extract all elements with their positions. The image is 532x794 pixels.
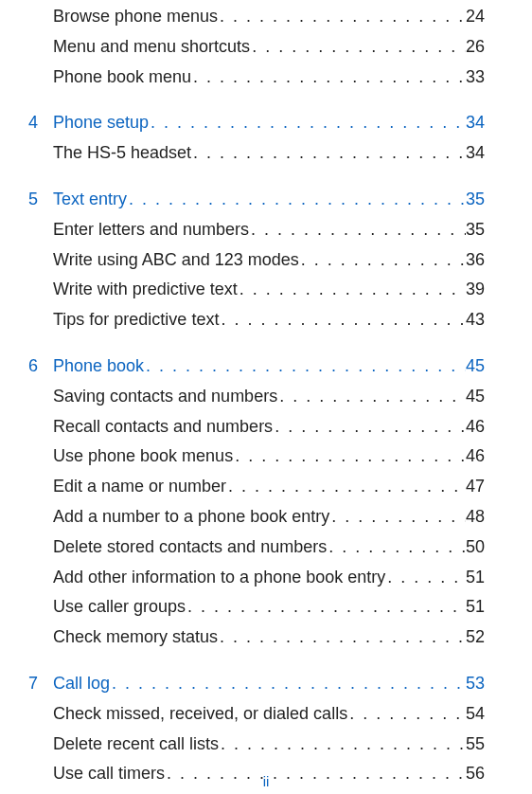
toc-page-number: 48 bbox=[466, 503, 485, 531]
dot-leader bbox=[218, 3, 466, 30]
toc-page-number: 54 bbox=[466, 700, 485, 728]
toc-chapter[interactable]: 6Phone book 45 bbox=[28, 352, 485, 380]
toc-entry-title: Write using ABC and 123 modes bbox=[53, 246, 299, 274]
dot-leader bbox=[329, 503, 466, 531]
chapter-title: Text entry bbox=[53, 186, 127, 213]
toc-page-number: 33 bbox=[466, 63, 485, 91]
toc-entry[interactable]: Check missed, received, or dialed calls … bbox=[28, 700, 485, 728]
toc-entry[interactable]: Recall contacts and numbers 46 bbox=[28, 413, 485, 441]
toc-entry[interactable]: Delete recent call lists 55 bbox=[28, 731, 485, 758]
page-number-label: ii bbox=[263, 773, 270, 789]
toc-page-number: 34 bbox=[466, 109, 485, 136]
toc-entry[interactable]: Menu and menu shortcuts 26 bbox=[28, 33, 485, 61]
toc-entry-title: Saving contacts and numbers bbox=[53, 383, 277, 410]
toc-page-number: 35 bbox=[466, 186, 485, 213]
toc-entry-title: Menu and menu shortcuts bbox=[53, 33, 250, 61]
dot-leader bbox=[218, 623, 466, 651]
toc-entry[interactable]: The HS-5 headset 34 bbox=[28, 139, 485, 167]
toc-entry-title: Use caller groups bbox=[53, 593, 186, 621]
toc-page-number: 35 bbox=[466, 216, 485, 244]
dot-leader bbox=[219, 306, 466, 334]
toc-entry-title: The HS-5 headset bbox=[53, 139, 191, 167]
toc-entry-title: Browse phone menus bbox=[53, 3, 218, 30]
toc-chapter[interactable]: 5Text entry 35 bbox=[28, 186, 485, 213]
dot-leader bbox=[127, 186, 466, 213]
dot-leader bbox=[347, 700, 466, 728]
dot-leader bbox=[385, 564, 466, 591]
chapter-number: 4 bbox=[28, 109, 53, 136]
toc-chapter[interactable]: 7Call log 53 bbox=[28, 670, 485, 697]
toc-page-number: 24 bbox=[466, 3, 485, 30]
toc-entry-title: Add other information to a phone book en… bbox=[53, 564, 385, 591]
toc-page-number: 45 bbox=[466, 383, 485, 410]
dot-leader bbox=[249, 216, 466, 244]
toc-entry-title: Check memory status bbox=[53, 623, 218, 651]
dot-leader bbox=[144, 352, 466, 380]
toc-page-number: 34 bbox=[466, 139, 485, 167]
toc-page-number: 43 bbox=[466, 306, 485, 334]
toc-page-number: 47 bbox=[466, 473, 485, 500]
toc-entry[interactable]: Use phone book menus 46 bbox=[28, 442, 485, 470]
dot-leader bbox=[250, 33, 466, 61]
dot-leader bbox=[110, 670, 466, 697]
toc-entry-title: Enter letters and numbers bbox=[53, 216, 249, 244]
toc-page-number: 55 bbox=[466, 731, 485, 758]
dot-leader bbox=[186, 593, 466, 621]
dot-leader bbox=[299, 246, 466, 274]
toc-entry-title: Check missed, received, or dialed calls bbox=[53, 700, 347, 728]
table-of-contents: Browse phone menus 24Menu and menu short… bbox=[28, 3, 485, 787]
dot-leader bbox=[327, 533, 466, 561]
toc-entry-title: Use phone book menus bbox=[53, 442, 233, 470]
toc-entry-title: Tips for predictive text bbox=[53, 306, 219, 334]
page-footer: ii bbox=[0, 773, 532, 789]
toc-page-number: 46 bbox=[466, 413, 485, 441]
dot-leader bbox=[149, 109, 466, 136]
toc-page: Browse phone menus 24Menu and menu short… bbox=[0, 3, 532, 794]
section-gap bbox=[28, 170, 485, 183]
toc-page-number: 39 bbox=[466, 276, 485, 303]
toc-page-number: 36 bbox=[466, 246, 485, 274]
section-gap bbox=[28, 93, 485, 106]
toc-page-number: 51 bbox=[466, 564, 485, 591]
toc-page-number: 51 bbox=[466, 593, 485, 621]
toc-chapter[interactable]: 4Phone setup 34 bbox=[28, 109, 485, 136]
dot-leader bbox=[233, 442, 466, 470]
toc-entry[interactable]: Browse phone menus 24 bbox=[28, 3, 485, 30]
toc-entry-title: Recall contacts and numbers bbox=[53, 413, 273, 441]
chapter-number: 7 bbox=[28, 670, 53, 697]
toc-entry-title: Phone book menu bbox=[53, 63, 191, 91]
toc-entry[interactable]: Phone book menu 33 bbox=[28, 63, 485, 91]
dot-leader bbox=[273, 413, 466, 441]
toc-entry[interactable]: Write with predictive text 39 bbox=[28, 276, 485, 303]
chapter-number: 6 bbox=[28, 352, 53, 380]
toc-entry[interactable]: Edit a name or number 47 bbox=[28, 473, 485, 500]
toc-page-number: 26 bbox=[466, 33, 485, 61]
toc-entry[interactable]: Use caller groups 51 bbox=[28, 593, 485, 621]
toc-page-number: 45 bbox=[466, 352, 485, 380]
toc-entry-title: Delete recent call lists bbox=[53, 731, 219, 758]
toc-entry-title: Delete stored contacts and numbers bbox=[53, 533, 327, 561]
section-gap bbox=[28, 336, 485, 350]
dot-leader bbox=[219, 731, 466, 758]
toc-entry[interactable]: Check memory status 52 bbox=[28, 623, 485, 651]
toc-entry-title: Write with predictive text bbox=[53, 276, 238, 303]
toc-entry[interactable]: Delete stored contacts and numbers 50 bbox=[28, 533, 485, 561]
chapter-number: 5 bbox=[28, 186, 53, 213]
toc-entry[interactable]: Write using ABC and 123 modes 36 bbox=[28, 246, 485, 274]
toc-entry[interactable]: Tips for predictive text 43 bbox=[28, 306, 485, 334]
dot-leader bbox=[191, 63, 466, 91]
dot-leader bbox=[226, 473, 466, 500]
dot-leader bbox=[191, 139, 466, 167]
chapter-title: Phone book bbox=[53, 352, 144, 380]
toc-entry[interactable]: Saving contacts and numbers 45 bbox=[28, 383, 485, 410]
toc-page-number: 52 bbox=[466, 623, 485, 651]
toc-page-number: 53 bbox=[466, 670, 485, 697]
toc-entry-title: Edit a name or number bbox=[53, 473, 226, 500]
toc-entry-title: Add a number to a phone book entry bbox=[53, 503, 329, 531]
dot-leader bbox=[277, 383, 466, 410]
toc-page-number: 50 bbox=[466, 533, 485, 561]
toc-page-number: 46 bbox=[466, 442, 485, 470]
toc-entry[interactable]: Add other information to a phone book en… bbox=[28, 564, 485, 591]
toc-entry[interactable]: Add a number to a phone book entry 48 bbox=[28, 503, 485, 531]
toc-entry[interactable]: Enter letters and numbers 35 bbox=[28, 216, 485, 244]
